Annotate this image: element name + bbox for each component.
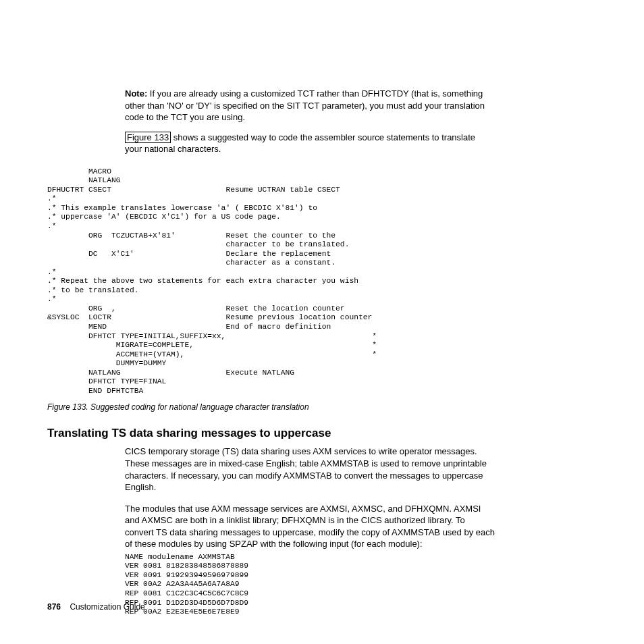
body-paragraph-1: CICS temporary storage (TS) data sharing… <box>125 446 489 493</box>
note-block: Note: If you are already using a customi… <box>125 88 489 124</box>
intro-paragraph: Figure 133 shows a suggested way to code… <box>125 132 489 155</box>
section-heading: Translating TS data sharing messages to … <box>47 427 597 440</box>
book-title: Customization Guide <box>70 602 144 612</box>
figure-reference-link[interactable]: Figure 133 <box>125 132 171 143</box>
page-number: 876 <box>47 602 61 612</box>
note-text: If you are already using a customized TC… <box>125 88 485 122</box>
body-paragraph-2: The modules that use AXM message service… <box>125 503 495 550</box>
page-footer: 876 Customization Guide <box>47 602 145 612</box>
figure-caption: Figure 133. Suggested coding for nationa… <box>47 402 597 412</box>
intro-text: shows a suggested way to code the assemb… <box>125 132 475 155</box>
code-listing-1: MACRO NATLANG DFHUCTRT CSECT Resume UCTR… <box>47 167 597 396</box>
note-label: Note: <box>125 88 147 99</box>
code-listing-2: NAME modulename AXMMSTAB VER 0081 818283… <box>125 553 597 617</box>
